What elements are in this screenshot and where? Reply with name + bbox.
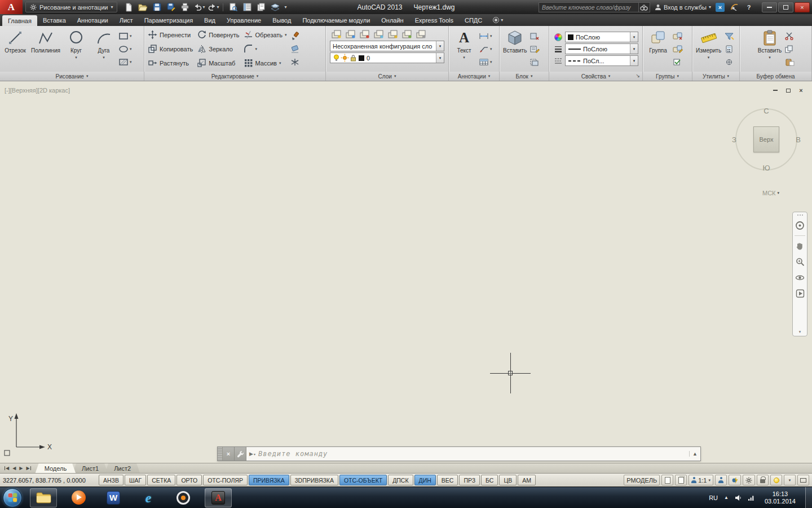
annotation-visibility-button[interactable] [715, 475, 727, 485]
taskbar-ie-button[interactable]: e [135, 488, 162, 507]
annotation-autoscale-button[interactable] [729, 475, 741, 485]
array-button[interactable]: Массив▾ [244, 56, 287, 70]
tab-output[interactable]: Вывод [267, 14, 297, 26]
match-properties-button[interactable] [290, 30, 300, 42]
trim-button[interactable]: Обрезать▾ [244, 28, 287, 42]
create-block-button[interactable] [529, 30, 540, 42]
clock[interactable]: 16:13 03.01.2014 [761, 491, 799, 505]
command-customize-button[interactable] [235, 447, 246, 461]
orbit-button[interactable] [794, 271, 806, 283]
language-indicator[interactable]: RU [709, 494, 718, 501]
layer-prev-button[interactable] [414, 28, 427, 40]
tab-layout2[interactable]: Лист2 [105, 463, 140, 473]
toggle-polar[interactable]: ОТС-ПОЛЯР [203, 475, 248, 485]
panel-label-annotation[interactable]: Аннотации ▾ [449, 72, 499, 81]
navbar-menu-button[interactable]: ▾ [799, 330, 801, 334]
cut-button[interactable] [784, 30, 795, 42]
viewcube-ucs-menu[interactable]: МСК ▾ [762, 190, 779, 196]
qat-customize-button[interactable]: ▾ [283, 5, 288, 10]
qat-saveas-button[interactable] [164, 2, 178, 13]
copy-clip-button[interactable] [784, 43, 795, 55]
toggle-snap-mode[interactable]: ШАГ [125, 475, 146, 485]
status-bar-menu-button[interactable]: ▾ [784, 475, 796, 485]
tab-manage[interactable]: Управление [221, 14, 267, 26]
toggle-annotation-monitor[interactable]: АМ [518, 475, 536, 485]
tab-home[interactable]: Главная [2, 15, 37, 26]
table-button[interactable]: ▾ [479, 56, 492, 68]
command-prompt-area[interactable]: ▶▾ Введите команду ▲ [246, 447, 700, 461]
rotate-button[interactable]: Повернуть [197, 28, 239, 42]
layer-lock-button[interactable] [386, 28, 399, 40]
clean-screen-button[interactable] [797, 475, 809, 485]
text-button[interactable]: А Текст ▾ [451, 27, 477, 71]
annotation-scale-button[interactable]: 1:1 ▾ [689, 475, 713, 485]
quick-view-layouts-button[interactable] [661, 475, 673, 485]
mirror-button[interactable]: Зеркало [197, 42, 239, 56]
ellipse-button[interactable]: ▾ [118, 43, 132, 55]
workspace-switching-button[interactable] [743, 475, 755, 485]
start-button[interactable] [3, 488, 22, 507]
paste-button[interactable]: Вставить ▾ [757, 27, 783, 71]
qat-print-preview-button[interactable] [226, 2, 240, 13]
hatch-button[interactable]: ▾ [118, 56, 132, 68]
tab-plugins[interactable]: Подключаемые модули [297, 14, 376, 26]
panel-label-draw[interactable]: Рисование ▾ [0, 72, 144, 81]
lineweight-icon[interactable] [553, 45, 563, 54]
next-tab-button[interactable]: ▶ [19, 466, 23, 471]
toggle-infer[interactable]: АНЗВ [99, 475, 123, 485]
panel-label-layers[interactable]: Слои ▾ [326, 72, 448, 81]
qat-new-button[interactable] [122, 2, 135, 13]
erase-button[interactable] [290, 43, 300, 55]
explode-button[interactable] [290, 56, 300, 68]
navbar-grip[interactable] [797, 214, 803, 216]
linetype-combo[interactable]: ПоСл... ▾ [565, 55, 638, 66]
panel-label-groups[interactable]: Группы ▾ [643, 72, 692, 81]
toggle-ducs[interactable]: ДПСК [388, 475, 413, 485]
dimension-button[interactable]: ▾ [479, 30, 492, 42]
search-input[interactable] [539, 4, 638, 11]
layer-properties-button[interactable] [330, 28, 343, 40]
doc-restore-button[interactable] [784, 86, 792, 94]
layer-off-button[interactable] [344, 28, 357, 40]
qat-save-button[interactable] [150, 2, 164, 13]
signin-button[interactable]: Вход в службы ▾ [655, 4, 711, 11]
group-selection-toggle[interactable] [673, 56, 683, 68]
panel-label-utilities[interactable]: Утилиты ▾ [692, 72, 739, 81]
tab-insert[interactable]: Вставка [37, 14, 72, 26]
paste-special-button[interactable] [784, 56, 795, 68]
command-prompt-icon[interactable]: ▶▾ [246, 451, 258, 457]
taskbar-word-button[interactable]: W [100, 488, 127, 507]
coordinates-display[interactable]: 3227.6057, 838.7705 , 0.0000 [3, 477, 99, 484]
scale-button[interactable]: Масштаб [197, 56, 239, 70]
viewport-controls[interactable]: [-][Верхняя][2D каркас] [5, 87, 70, 94]
drawing-area[interactable]: [-][Верхняя][2D каркас] × С В Ю З Верх М… [0, 81, 812, 463]
qat-properties-button[interactable] [240, 2, 254, 13]
hardware-acceleration-button[interactable] [770, 475, 782, 485]
viewcube-south[interactable]: Ю [762, 164, 770, 172]
command-line-grip[interactable] [218, 447, 223, 461]
panel-label-clipboard[interactable]: Буфер обмена [740, 72, 811, 81]
command-line[interactable]: × ▶▾ Введите команду ▲ [217, 446, 701, 461]
copy-button[interactable]: Копировать [148, 42, 193, 56]
last-tab-button[interactable]: ▶ [26, 466, 30, 471]
toggle-3dosnap[interactable]: 3DПРИВЯЗКА [290, 475, 338, 485]
command-history-button[interactable]: ▲ [689, 451, 700, 457]
doc-minimize-button[interactable] [771, 86, 779, 94]
edit-attributes-button[interactable] [529, 43, 540, 55]
measure-button[interactable]: Измерить ▾ [695, 27, 722, 71]
taskbar-media-app-button[interactable] [170, 488, 197, 507]
prev-tab-button[interactable]: ◀ [12, 466, 16, 471]
toggle-otrack[interactable]: ОТС-ОБЪЕКТ [339, 475, 387, 485]
viewcube-east[interactable]: В [796, 135, 801, 144]
network-icon[interactable] [748, 494, 755, 501]
panel-label-properties[interactable]: Свойства ▾ ↘ [549, 72, 642, 81]
tab-parametric[interactable]: Параметризация [139, 14, 198, 26]
help-button[interactable]: ? [744, 2, 754, 12]
tab-annotate[interactable]: Аннотации [72, 14, 114, 26]
tab-view[interactable]: Вид [198, 14, 221, 26]
taskbar-explorer-button[interactable] [30, 488, 57, 507]
qat-redo-button[interactable]: ▾ [206, 2, 220, 13]
viewcube-top-face[interactable]: Верх [753, 126, 779, 152]
rectangle-button[interactable]: ▾ [118, 30, 132, 42]
viewcube-north[interactable]: С [764, 107, 769, 115]
